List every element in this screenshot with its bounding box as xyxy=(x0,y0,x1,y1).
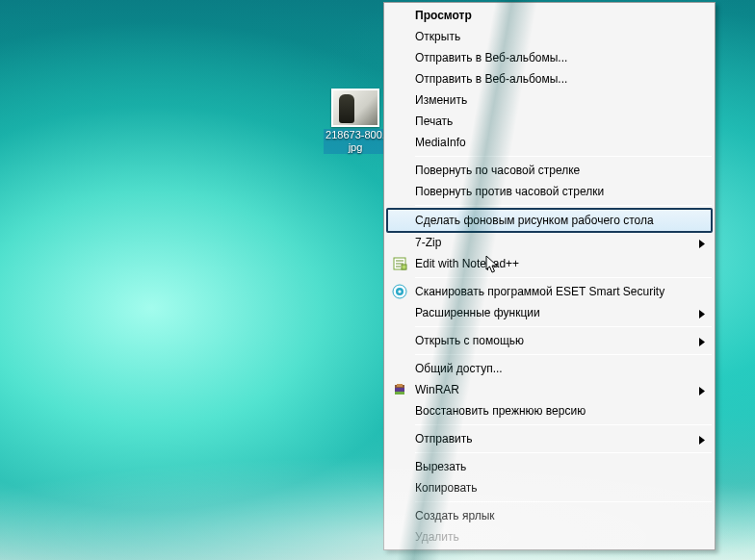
notepadpp-icon xyxy=(391,255,408,272)
menu-separator xyxy=(415,501,712,502)
menu-separator xyxy=(415,354,712,355)
menu-item-eset-scan[interactable]: Сканировать программой ESET Smart Securi… xyxy=(386,281,713,302)
menu-label: Повернуть против часовой стрелки xyxy=(415,185,604,198)
menu-item-winrar[interactable]: WinRAR xyxy=(386,379,713,400)
file-thumbnail xyxy=(331,89,379,127)
submenu-arrow-icon xyxy=(699,336,705,349)
menu-item-open[interactable]: Открыть xyxy=(386,26,713,47)
menu-label: Отправить в Веб-альбомы... xyxy=(415,51,567,64)
submenu-arrow-icon xyxy=(699,308,705,321)
menu-item-send-web-2[interactable]: Отправить в Веб-альбомы... xyxy=(386,68,713,89)
svg-rect-1 xyxy=(402,265,406,269)
menu-separator xyxy=(415,156,712,157)
file-label: 218673-800.jpg xyxy=(324,129,387,154)
svg-rect-8 xyxy=(395,392,404,395)
eset-icon xyxy=(391,283,408,300)
submenu-arrow-icon xyxy=(699,434,705,447)
menu-label: Повернуть по часовой стрелке xyxy=(415,164,580,177)
menu-label: Edit with Notepad++ xyxy=(415,257,519,270)
menu-item-set-wallpaper[interactable]: Сделать фоновым рисунком рабочего стола xyxy=(386,208,713,233)
menu-item-copy[interactable]: Копировать xyxy=(386,477,713,498)
svg-rect-7 xyxy=(397,384,403,387)
menu-item-rotate-cw[interactable]: Повернуть по часовой стрелке xyxy=(386,160,713,181)
menu-item-delete[interactable]: Удалить xyxy=(386,526,713,547)
menu-item-cut[interactable]: Вырезать xyxy=(386,456,713,477)
menu-label: Отправить в Веб-альбомы... xyxy=(415,72,567,86)
menu-separator xyxy=(415,326,712,327)
winrar-icon xyxy=(391,381,408,398)
menu-item-send-to[interactable]: Отправить xyxy=(386,428,713,449)
menu-separator xyxy=(415,452,712,453)
menu-label: 7-Zip xyxy=(415,236,441,249)
menu-label: Открыть xyxy=(415,30,460,43)
menu-item-edit[interactable]: Изменить xyxy=(386,89,713,111)
menu-item-rotate-ccw[interactable]: Повернуть против часовой стрелки xyxy=(386,181,713,202)
menu-label: Изменить xyxy=(415,93,467,107)
menu-separator xyxy=(415,277,712,278)
menu-item-mediainfo[interactable]: MediaInfo xyxy=(386,132,713,153)
menu-label: Сканировать программой ESET Smart Securi… xyxy=(415,285,664,298)
menu-item-eset-advanced[interactable]: Расширенные функции xyxy=(386,302,713,323)
menu-separator xyxy=(415,424,712,425)
menu-label: Общий доступ... xyxy=(415,362,503,375)
menu-label: WinRAR xyxy=(415,383,459,396)
menu-item-print[interactable]: Печать xyxy=(386,111,713,132)
menu-label: Отправить xyxy=(415,432,473,445)
desktop-background[interactable]: 218673-800.jpg Просмотр Открыть Отправит… xyxy=(0,0,755,560)
desktop-file-icon[interactable]: 218673-800.jpg xyxy=(324,89,387,154)
submenu-arrow-icon xyxy=(699,385,705,398)
menu-label: MediaInfo xyxy=(415,136,466,149)
menu-label: Удалить xyxy=(415,530,459,544)
menu-item-7zip[interactable]: 7-Zip xyxy=(386,232,713,253)
menu-item-open-with[interactable]: Открыть с помощью xyxy=(386,330,713,351)
menu-label: Восстановить прежнюю версию xyxy=(415,404,586,418)
menu-label: Печать xyxy=(415,115,453,128)
menu-label: Открыть с помощью xyxy=(415,334,524,347)
submenu-arrow-icon xyxy=(699,238,705,251)
menu-item-create-shortcut[interactable]: Создать ярлык xyxy=(386,505,713,526)
menu-label: Копировать xyxy=(415,481,478,495)
context-menu: Просмотр Открыть Отправить в Веб-альбомы… xyxy=(383,2,716,550)
menu-label: Сделать фоновым рисунком рабочего стола xyxy=(415,214,654,227)
menu-label: Вырезать xyxy=(415,460,466,473)
menu-separator xyxy=(415,205,712,206)
menu-item-restore-previous[interactable]: Восстановить прежнюю версию xyxy=(386,400,713,421)
menu-item-edit-notepadpp[interactable]: Edit with Notepad++ xyxy=(386,253,713,274)
menu-item-send-web-1[interactable]: Отправить в Веб-альбомы... xyxy=(386,47,713,68)
menu-label: Просмотр xyxy=(415,9,472,22)
menu-label: Расширенные функции xyxy=(415,306,540,319)
menu-label: Создать ярлык xyxy=(415,509,495,522)
menu-item-sharing[interactable]: Общий доступ... xyxy=(386,358,713,379)
menu-item-view[interactable]: Просмотр xyxy=(386,5,713,26)
svg-point-4 xyxy=(398,290,401,293)
